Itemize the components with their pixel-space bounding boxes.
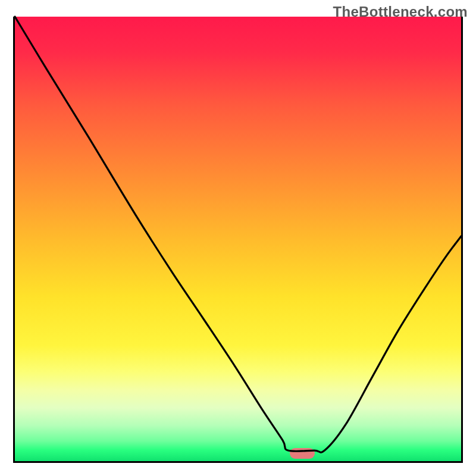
chart-stage: TheBottleneck.com [0, 0, 476, 476]
optimal-zone-marker [290, 448, 315, 459]
heatmap-gradient [15, 17, 461, 461]
watermark-text: TheBottleneck.com [333, 4, 468, 20]
plot-frame [13, 17, 463, 463]
